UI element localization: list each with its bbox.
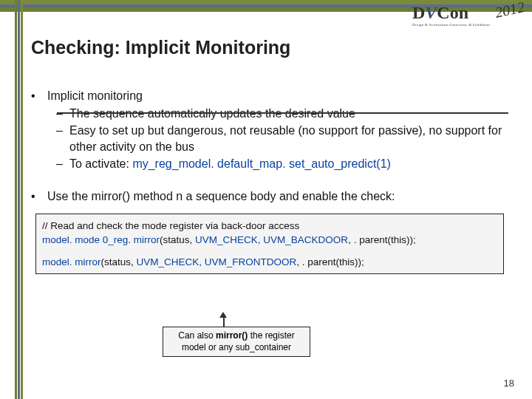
bullet-item: Use the mirror() method n a sequence bod…: [31, 188, 517, 205]
bullet-text: Use the mirror() method n a sequence bod…: [47, 188, 395, 205]
title-underline: [57, 112, 508, 114]
logo-prefix: D: [412, 3, 425, 22]
code-line: model. mode 0_reg. mirror(status, UVM_CH…: [42, 233, 497, 248]
code-line: model. mirror(status, UVM_CHECK, UVM_FRO…: [42, 255, 497, 270]
page-number: 18: [504, 378, 514, 389]
decor-vlines: [15, 0, 24, 399]
sub-bullet: Easy to set up but dangerous, not reusab…: [56, 123, 517, 154]
callout-connector: [223, 316, 225, 327]
logo-suffix: Con: [437, 3, 468, 22]
code-inline: my_reg_model. default_map. set_auto_pred…: [132, 157, 391, 170]
callout-line2: model or any sub_container: [171, 342, 302, 354]
sub-bullet-text: To activate: my_reg_model. default_map. …: [69, 156, 517, 172]
callout-line1: Can also mirror() the register: [171, 330, 302, 342]
slide-title: Checking: Implicit Monitoring: [31, 37, 517, 58]
logo-subtitle: Design & Verification Conference & Exhib…: [412, 23, 523, 27]
slide-content: Checking: Implicit Monitoring Implicit m…: [31, 37, 517, 274]
logo-year: 2012: [494, 0, 526, 21]
sub-bullet-text: Easy to set up but dangerous, not reusab…: [69, 123, 517, 154]
sub-bullet: To activate: my_reg_model. default_map. …: [56, 156, 517, 172]
logo-mid: V: [425, 3, 437, 22]
code-box: // Read and check the mode register via …: [35, 214, 504, 275]
bullet-list: Implicit monitoring The sequence automat…: [31, 88, 517, 274]
callout: Can also mirror() the register model or …: [163, 327, 310, 357]
bullet-item: Implicit monitoring The sequence automat…: [31, 88, 517, 172]
bullet-text: Implicit monitoring: [47, 88, 143, 104]
code-comment: // Read and check the mode register via …: [42, 219, 497, 233]
